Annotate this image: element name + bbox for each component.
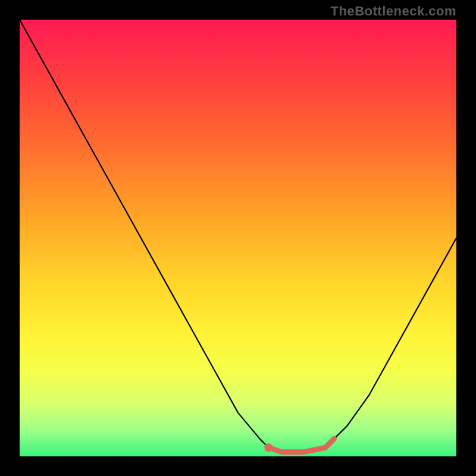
- chart-frame: TheBottleneck.com: [0, 0, 476, 476]
- attribution-label: TheBottleneck.com: [331, 4, 456, 19]
- bottleneck-curve: [20, 20, 456, 452]
- optimal-range-highlight: [268, 439, 334, 452]
- optimal-range-start-dot: [264, 443, 273, 452]
- chart-svg: [20, 20, 456, 456]
- plot-area: [20, 20, 456, 456]
